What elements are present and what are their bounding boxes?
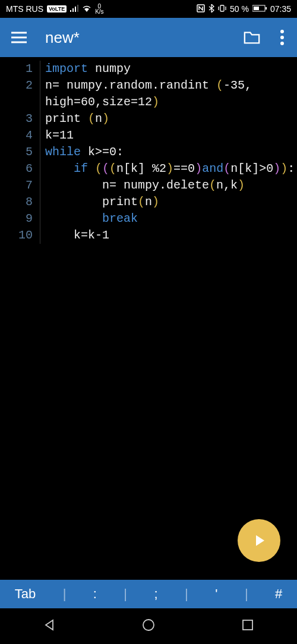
nfc-icon <box>197 4 205 14</box>
code-line[interactable]: 2n= numpy.random.randint (-35, <box>0 77 297 94</box>
key-quote[interactable]: ' <box>213 586 220 602</box>
line-number: 7 <box>0 177 40 194</box>
key-tab[interactable]: Tab <box>12 586 38 602</box>
code-text[interactable]: import numpy <box>40 61 131 77</box>
key-colon[interactable]: : <box>91 586 99 602</box>
volte-badge: VoLTE <box>47 5 67 12</box>
code-line[interactable]: 5while k>=0: <box>0 144 297 161</box>
code-line[interactable]: 9 break <box>0 211 297 227</box>
svg-rect-3 <box>77 5 78 12</box>
svg-point-17 <box>143 620 154 630</box>
code-text[interactable]: n= numpy.delete(n,k) <box>40 177 245 194</box>
code-text[interactable]: n= numpy.random.randint (-35, <box>40 77 252 94</box>
bluetooth-icon <box>208 4 214 14</box>
status-left: MTS RUS VoLTE 0 K/s <box>6 4 104 14</box>
shortcut-key-row: Tab | : | ; | ' | # <box>0 580 297 608</box>
code-line[interactable]: 6 if (((n[k] %2)==0)and(n[k]>0)): <box>0 161 297 177</box>
code-text[interactable]: high=60,size=12) <box>40 94 159 111</box>
svg-rect-1 <box>72 8 74 12</box>
line-number: 4 <box>0 127 40 144</box>
code-line[interactable]: 1import numpy <box>0 61 297 77</box>
code-line[interactable]: 7 n= numpy.delete(n,k) <box>0 177 297 194</box>
app-bar: new* <box>0 18 297 57</box>
file-title: new* <box>45 29 226 47</box>
home-button[interactable] <box>141 618 156 634</box>
carrier-label: MTS RUS <box>6 4 43 14</box>
key-semicolon[interactable]: ; <box>152 586 160 602</box>
code-line[interactable]: 3print (n) <box>0 111 297 127</box>
play-icon <box>251 532 267 549</box>
svg-rect-18 <box>243 620 252 630</box>
code-text[interactable]: k=k-1 <box>40 227 109 244</box>
battery-icon <box>252 5 267 14</box>
svg-rect-2 <box>75 7 76 12</box>
data-rate: 0 K/s <box>95 4 103 14</box>
code-text[interactable]: if (((n[k] %2)==0)and(n[k]>0)): <box>40 161 295 177</box>
code-text[interactable]: print(n) <box>40 194 159 211</box>
folder-button[interactable] <box>244 29 260 46</box>
wifi-icon <box>82 5 91 14</box>
svg-rect-10 <box>254 7 259 10</box>
line-number: 8 <box>0 194 40 211</box>
svg-rect-5 <box>220 5 224 11</box>
svg-rect-9 <box>266 7 267 10</box>
line-number <box>0 94 40 111</box>
line-number: 3 <box>0 111 40 127</box>
svg-rect-0 <box>70 10 71 12</box>
line-number: 2 <box>0 77 40 94</box>
code-text[interactable]: print (n) <box>40 111 109 127</box>
menu-button[interactable] <box>11 29 27 46</box>
run-button[interactable] <box>238 519 280 562</box>
status-bar: MTS RUS VoLTE 0 K/s 50 % 07:35 <box>0 0 297 18</box>
recent-button[interactable] <box>241 618 255 634</box>
line-number: 10 <box>0 227 40 244</box>
key-hash[interactable]: # <box>273 586 285 602</box>
code-line[interactable]: 8 print(n) <box>0 194 297 211</box>
code-line[interactable]: high=60,size=12) <box>0 94 297 111</box>
svg-point-15 <box>280 36 284 39</box>
code-line[interactable]: 4k=11 <box>0 127 297 144</box>
line-number: 9 <box>0 211 40 227</box>
line-number: 6 <box>0 161 40 177</box>
code-text[interactable]: k=11 <box>40 127 74 144</box>
back-button[interactable] <box>42 618 56 634</box>
svg-point-14 <box>280 30 284 33</box>
status-right: 50 % 07:35 <box>197 4 291 14</box>
signal-icon <box>70 5 78 14</box>
system-nav-bar <box>0 608 297 644</box>
line-number: 1 <box>0 61 40 77</box>
battery-label: 50 % <box>230 4 249 14</box>
code-text[interactable]: break <box>40 211 138 227</box>
vibrate-icon <box>218 4 226 14</box>
overflow-button[interactable] <box>278 29 286 46</box>
svg-point-16 <box>280 42 284 45</box>
code-text[interactable]: while k>=0: <box>40 144 124 161</box>
code-editor[interactable]: 1import numpy2n= numpy.random.randint (-… <box>0 57 297 574</box>
line-number: 5 <box>0 144 40 161</box>
code-line[interactable]: 10 k=k-1 <box>0 227 297 244</box>
time-label: 07:35 <box>270 4 291 14</box>
